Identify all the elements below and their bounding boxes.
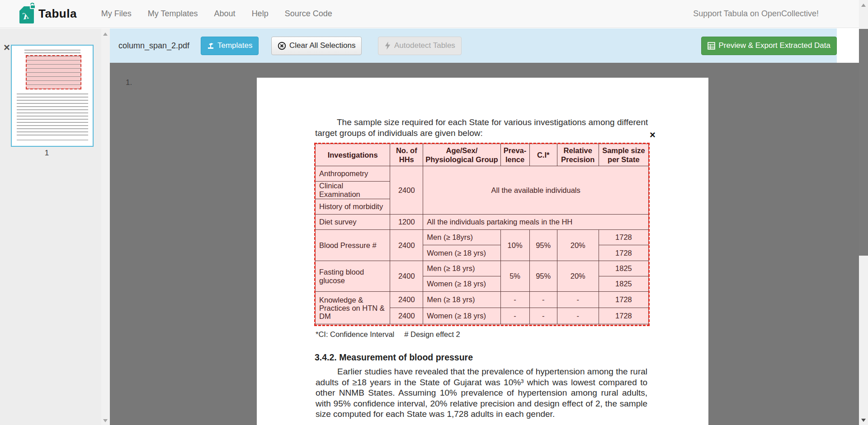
templates-button[interactable]: Templates [201,37,259,55]
brand-name: Tabula [38,7,77,21]
export-button-label: Preview & Export Extracted Data [718,41,830,50]
scrollbar-thumb[interactable] [859,29,868,256]
lightning-icon [384,42,391,50]
clear-button-label: Clear All Selections [289,41,355,50]
page-thumbnail[interactable] [11,45,94,147]
thumbnail-paragraph-placeholder [24,50,80,54]
nav-help[interactable]: Help [244,5,277,23]
nav-about[interactable]: About [206,5,244,23]
intro-paragraph-line1: The sample size required for each State … [337,117,648,127]
toolbar: column_span_2.pdf Templates Clear All Se… [110,28,837,63]
nav-source-code[interactable]: Source Code [277,5,340,23]
support-link[interactable]: Support Tabula on OpenCollective! [693,9,819,19]
remove-selection-icon[interactable]: × [650,131,656,140]
thumbnail-text-placeholder [17,93,88,136]
page-thumbnail-sidebar: × 1 [0,28,110,425]
body-paragraph: Earlier studies have revealed that the p… [316,366,647,420]
navbar: λ Tabula My Files My Templates About Hel… [0,0,859,28]
autodetect-button-label: Autodetect Tables [394,41,455,50]
thumbnail-footer-placeholder [17,140,88,140]
page-number-label: 1. [126,78,132,87]
table-selection-box[interactable] [314,143,650,326]
nav-my-templates[interactable]: My Templates [140,5,206,23]
sidebar-scroll-up-icon[interactable] [103,33,108,36]
thumbnail-selection-box [26,55,81,89]
nav-my-files[interactable]: My Files [93,5,140,23]
document-viewport: 1. The sample size required for each Sta… [110,63,859,425]
footnote-ci: *CI: Confidence Interval [316,330,394,338]
pdf-page[interactable]: The sample size required for each State … [257,78,708,425]
tabula-logo-icon: λ [19,5,36,23]
thumbnail-page-number: 1 [0,149,94,158]
table-footnote: *CI: Confidence Interval# Design effect … [316,330,460,339]
footnote-design-effect: # Design effect 2 [404,330,460,338]
window-scrollbar[interactable] [859,0,868,425]
autodetect-tables-button: Autodetect Tables [378,37,462,55]
templates-button-label: Templates [217,41,252,50]
scroll-up-icon[interactable] [861,4,866,7]
preview-export-button[interactable]: Preview & Export Extracted Data [701,37,837,55]
templates-icon [207,42,214,49]
clear-all-selections-button[interactable]: Clear All Selections [271,37,362,55]
main-area: column_span_2.pdf Templates Clear All Se… [110,28,859,425]
spreadsheet-icon [708,42,715,50]
scroll-down-icon[interactable] [861,419,866,422]
remove-page-icon[interactable]: × [4,43,10,51]
brand[interactable]: λ Tabula [19,5,77,23]
sidebar-scrollbar[interactable] [101,28,110,425]
nav-links: My Files My Templates About Help Source … [93,5,340,23]
section-heading: 3.4.2. Measurement of blood pressure [315,352,473,363]
sidebar-scroll-down-icon[interactable] [103,419,108,422]
intro-paragraph-line2: target groups of individuals are given b… [315,128,483,138]
open-filename: column_span_2.pdf [118,41,189,51]
circle-x-icon [278,42,286,50]
